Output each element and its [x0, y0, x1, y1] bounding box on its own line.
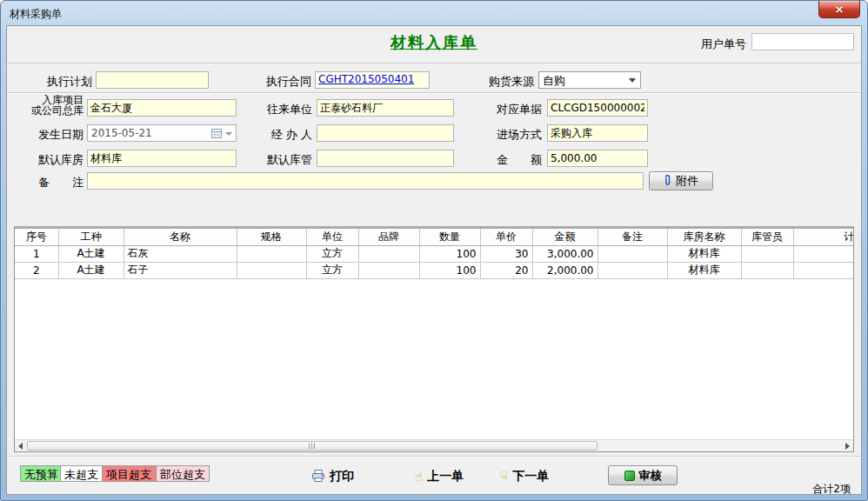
table-row[interactable]: 1 A土建 石灰 立方 100 30 3,000.00 材料库: [15, 245, 854, 262]
amount-input[interactable]: [547, 150, 648, 167]
print-button-label: 打印: [330, 469, 354, 484]
cell-spec[interactable]: [237, 245, 306, 262]
column-header: 序号: [15, 229, 58, 245]
occur-date-picker[interactable]: 2015-05-21: [87, 124, 237, 142]
occur-date-value: 2015-05-21: [91, 127, 152, 139]
scroll-left-arrow[interactable]: [15, 440, 26, 451]
cell-brand[interactable]: [358, 262, 419, 278]
cell-plan[interactable]: [793, 245, 854, 262]
cell-qty[interactable]: 100: [419, 245, 480, 262]
handler-input[interactable]: [317, 124, 454, 142]
project-label: 入库项目或公司总库: [7, 95, 83, 116]
horizontal-scrollbar[interactable]: [15, 439, 853, 451]
keeper-label: 默认库管: [224, 152, 312, 168]
hand-up-icon: ☝: [415, 471, 423, 484]
handler-label: 经 办 人: [224, 127, 312, 143]
project-input[interactable]: [87, 99, 237, 117]
scrollbar-thumb[interactable]: [27, 441, 598, 451]
ref-doc-input[interactable]: [547, 99, 648, 117]
exec-contract-label: 执行合同: [231, 74, 311, 90]
ref-doc-label: 对应单据: [453, 102, 542, 117]
separator: [7, 63, 861, 64]
purchase-source-label: 购货来源: [454, 74, 534, 90]
cell-seq[interactable]: 1: [15, 245, 58, 262]
exec-plan-input[interactable]: [96, 71, 209, 89]
occur-date-label: 发生日期: [7, 127, 83, 143]
prev-order-button[interactable]: ☝ 上一单: [415, 467, 464, 486]
separator: [7, 92, 861, 94]
keeper-input[interactable]: [317, 150, 454, 167]
purchase-source-select[interactable]: 自购: [538, 71, 641, 89]
column-header: 计划项目: [793, 229, 854, 245]
user-no-input[interactable]: [751, 33, 854, 50]
table-header-row: 序号 工种 名称 规格 单位 品牌 数量 单价 金额 备注 库房名称 库管员 计…: [15, 229, 854, 245]
attachment-button[interactable]: 附件: [649, 171, 713, 190]
cell-unit[interactable]: 立方: [306, 245, 358, 262]
counterparty-label: 往来单位: [224, 102, 312, 117]
cell-worktype[interactable]: A土建: [58, 262, 124, 278]
amount-label: 金 额: [453, 152, 542, 168]
entry-mode-label: 进场方式: [453, 127, 542, 143]
cell-warehouse[interactable]: 材料库: [667, 245, 741, 262]
cell-qty[interactable]: 100: [419, 262, 480, 278]
cell-name[interactable]: 石灰: [124, 245, 237, 262]
cell-name[interactable]: 石子: [124, 262, 237, 278]
cell-remark[interactable]: [598, 245, 667, 262]
prev-order-label: 上一单: [427, 469, 464, 484]
titlebar[interactable]: 材料采购单: [1, 1, 867, 25]
client-area: 材料入库单 用户单号 执行计划 执行合同 CGHT2015050401 购货来源…: [6, 25, 862, 495]
separator: [7, 456, 861, 458]
column-header: 工种: [58, 229, 124, 245]
cell-worktype[interactable]: A土建: [58, 245, 124, 262]
legend-project-overrun: 项目超支: [102, 465, 156, 482]
column-header: 名称: [124, 229, 237, 245]
exec-contract-link[interactable]: CGHT2015050401: [318, 73, 414, 85]
audit-button[interactable]: 审核: [608, 465, 678, 485]
paperclip-icon: [664, 174, 671, 189]
remark-label: 备 注: [7, 175, 83, 190]
audit-button-label: 审核: [639, 468, 662, 484]
column-header: 库房名称: [667, 229, 741, 245]
cell-keeper[interactable]: [741, 245, 793, 262]
cell-brand[interactable]: [358, 245, 419, 262]
column-header: 库管员: [741, 229, 793, 245]
calendar-icon: [211, 128, 222, 141]
cell-amount[interactable]: 2,000.00: [532, 262, 598, 278]
legend-no-budget: 无预算: [20, 465, 63, 482]
counterparty-input[interactable]: [317, 99, 454, 117]
warehouse-input[interactable]: [87, 150, 237, 167]
cell-amount[interactable]: 3,000.00: [532, 245, 598, 262]
attachment-button-label: 附件: [676, 173, 698, 189]
next-order-button[interactable]: ☟ 下一单: [500, 467, 549, 486]
column-header: 单价: [480, 229, 532, 245]
cell-spec[interactable]: [237, 262, 306, 278]
window-title: 材料采购单: [10, 7, 62, 22]
entry-mode-input[interactable]: [547, 124, 648, 142]
cell-price[interactable]: 30: [480, 245, 532, 262]
close-icon: ×: [835, 3, 845, 15]
cell-plan[interactable]: [793, 262, 854, 278]
table-row[interactable]: 2 A土建 石子 立方 100 20 2,000.00 材料库: [15, 262, 854, 278]
printer-icon: [311, 470, 325, 484]
next-order-label: 下一单: [512, 469, 549, 484]
items-table: 序号 工种 名称 规格 单位 品牌 数量 单价 金额 备注 库房名称 库管员 计…: [14, 226, 854, 452]
cell-unit[interactable]: 立方: [306, 262, 358, 278]
column-header: 备注: [598, 229, 667, 245]
remark-input[interactable]: [87, 172, 644, 190]
legend-part-overrun: 部位超支: [156, 465, 210, 482]
cell-keeper[interactable]: [741, 262, 793, 278]
column-header: 品牌: [358, 229, 419, 245]
cell-seq[interactable]: 2: [15, 262, 58, 278]
print-button[interactable]: 打印: [311, 467, 354, 486]
exec-plan-label: 执行计划: [16, 74, 92, 90]
audit-green-icon: [624, 471, 635, 481]
cell-remark[interactable]: [598, 262, 667, 278]
purchase-source-value: 自购: [543, 74, 565, 87]
close-button[interactable]: ×: [818, 1, 860, 18]
scroll-right-arrow[interactable]: [842, 440, 853, 451]
cell-warehouse[interactable]: 材料库: [667, 262, 741, 278]
window: 材料采购单 × 材料入库单 用户单号 执行计划 执行合同 CGHT2015050…: [0, 0, 868, 501]
column-header: 数量: [419, 229, 480, 245]
legend-not-overrun: 未超支: [60, 465, 103, 482]
cell-price[interactable]: 20: [480, 262, 532, 278]
